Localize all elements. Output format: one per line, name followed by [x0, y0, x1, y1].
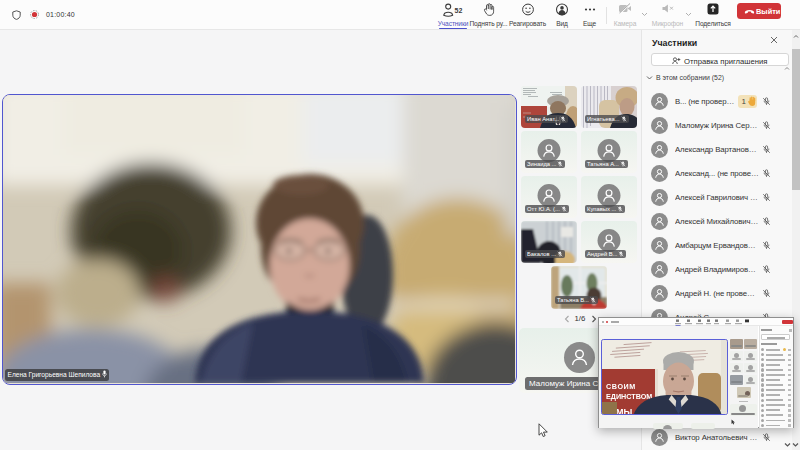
svg-text:СВОИМ: СВОИМ	[606, 382, 636, 391]
svg-text:52: 52	[455, 7, 463, 14]
svg-text:МЫ: МЫ	[616, 407, 632, 415]
svg-text:ЕДИНСТВОМ: ЕДИНСТВОМ	[606, 391, 652, 400]
